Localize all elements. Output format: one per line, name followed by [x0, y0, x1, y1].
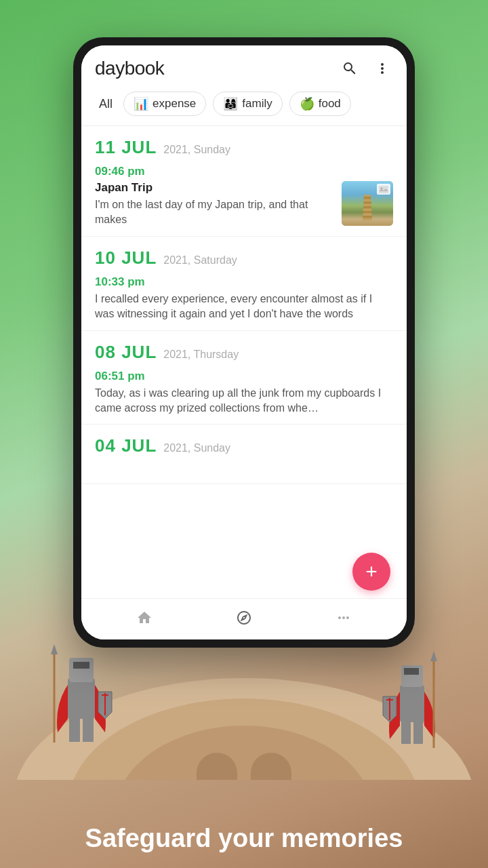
image-icon	[377, 184, 390, 195]
filter-all[interactable]: All	[95, 96, 117, 113]
entry-group-2: 10 JUL 2021, Saturday 10:33 pm I recalle…	[81, 237, 407, 331]
entry-text-3: Today, as i was clearing up all the junk…	[95, 386, 393, 416]
entry-group-3: 08 JUL 2021, Thursday 06:51 pm Today, as…	[81, 331, 407, 425]
entry-day-2: 10 JUL	[95, 248, 157, 269]
phone-screen: daybook All 📊 expense	[81, 45, 407, 639]
family-label: family	[242, 97, 272, 111]
svg-marker-11	[51, 644, 58, 654]
entry-thumbnail-1	[342, 181, 393, 226]
entry-title-1: Japan Trip	[95, 181, 333, 195]
svg-rect-23	[379, 186, 388, 193]
svg-rect-6	[69, 658, 94, 682]
header-actions	[339, 58, 393, 79]
entry-group-4: 04 JUL 2021, Sunday	[81, 425, 407, 484]
svg-rect-18	[413, 721, 423, 744]
search-button[interactable]	[339, 58, 361, 79]
svg-rect-5	[68, 678, 95, 719]
entry-date-4: 04 JUL 2021, Sunday	[95, 435, 393, 456]
svg-rect-14	[400, 685, 424, 722]
entry-yearday-1: 2021, Sunday	[163, 144, 230, 156]
knight-left	[41, 637, 122, 746]
entry-date-1: 11 JUL 2021, Sunday	[95, 137, 393, 158]
filter-chip-family[interactable]: 👨‍👩‍👧 family	[213, 92, 282, 116]
entry-body-1: I'm on the last day of my Japan trip, an…	[95, 197, 333, 228]
entry-text-2: I recalled every experience, every encou…	[95, 292, 393, 322]
entry-day-1: 11 JUL	[95, 137, 157, 158]
food-emoji: 🍏	[300, 96, 314, 111]
fab-plus-icon: +	[365, 561, 378, 582]
svg-marker-22	[430, 651, 437, 661]
entry-yearday-2: 2021, Saturday	[163, 254, 237, 267]
entries-list: 11 JUL 2021, Sunday 09:46 pm Japan Trip …	[81, 126, 407, 598]
entry-day-3: 08 JUL	[95, 342, 157, 363]
nav-explore[interactable]	[229, 606, 259, 630]
entry-content-2[interactable]: I recalled every experience, every encou…	[95, 292, 393, 322]
nav-more[interactable]	[329, 606, 359, 630]
svg-rect-16	[404, 668, 419, 675]
app-header: daybook	[81, 45, 407, 87]
entry-date-3: 08 JUL 2021, Thursday	[95, 342, 393, 363]
add-entry-fab[interactable]: +	[352, 553, 390, 591]
tagline: Safeguard your memories	[0, 824, 488, 853]
entry-yearday-4: 2021, Sunday	[163, 442, 230, 454]
more-options-button[interactable]	[371, 58, 393, 79]
entry-time-1: 09:46 pm	[95, 165, 393, 178]
phone-frame: daybook All 📊 expense	[73, 37, 415, 648]
entry-time-2: 10:33 pm	[95, 275, 393, 289]
knight-right	[380, 648, 447, 749]
bottom-nav	[81, 598, 407, 639]
filter-bar: All 📊 expense 👨‍👩‍👧 family 🍏 food	[81, 87, 407, 125]
filter-chip-food[interactable]: 🍏 food	[289, 92, 351, 116]
entry-yearday-3: 2021, Thursday	[163, 349, 239, 361]
filter-chip-expense[interactable]: 📊 expense	[123, 92, 206, 116]
nav-home[interactable]	[129, 606, 159, 630]
svg-rect-7	[73, 662, 89, 669]
svg-rect-17	[401, 721, 411, 744]
food-label: food	[319, 97, 341, 111]
entry-date-2: 10 JUL 2021, Saturday	[95, 248, 393, 269]
entry-content-3[interactable]: Today, as i was clearing up all the junk…	[95, 386, 393, 416]
expense-label: expense	[152, 97, 196, 111]
entry-text-1: Japan Trip I'm on the last day of my Jap…	[95, 181, 333, 228]
entry-day-4: 04 JUL	[95, 435, 157, 456]
entry-content-1[interactable]: Japan Trip I'm on the last day of my Jap…	[95, 181, 393, 228]
app-logo: daybook	[95, 58, 164, 79]
svg-rect-9	[83, 717, 94, 742]
entry-body-3: Today, as i was clearing up all the junk…	[95, 386, 393, 416]
svg-rect-8	[69, 717, 80, 742]
expense-emoji: 📊	[134, 96, 148, 111]
entry-time-3: 06:51 pm	[95, 370, 393, 383]
family-emoji: 👨‍👩‍👧	[223, 96, 238, 111]
entry-group-1: 11 JUL 2021, Sunday 09:46 pm Japan Trip …	[81, 126, 407, 237]
entry-body-2: I recalled every experience, every encou…	[95, 292, 393, 322]
